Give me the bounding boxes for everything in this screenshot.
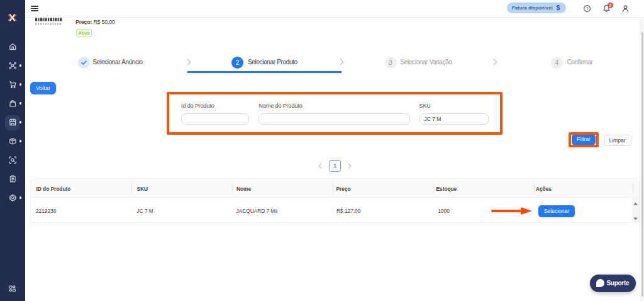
svg-text:?: ? — [586, 6, 589, 11]
